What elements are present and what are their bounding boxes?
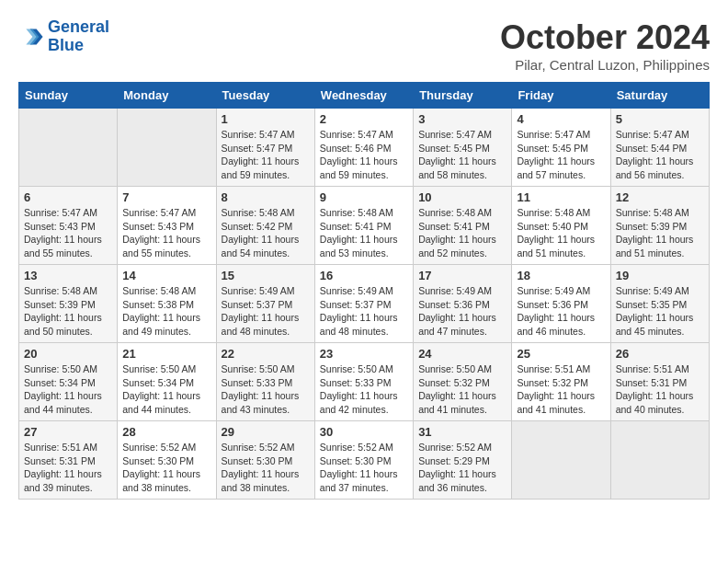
day-number: 27 <box>24 425 112 439</box>
calendar-cell: 12Sunrise: 5:48 AMSunset: 5:39 PMDayligh… <box>610 187 709 265</box>
calendar-cell: 25Sunrise: 5:51 AMSunset: 5:32 PMDayligh… <box>512 343 610 421</box>
calendar-cell: 2Sunrise: 5:47 AMSunset: 5:46 PMDaylight… <box>314 109 413 187</box>
calendar-cell <box>512 421 610 500</box>
calendar-cell <box>19 109 118 187</box>
calendar-cell: 10Sunrise: 5:48 AMSunset: 5:41 PMDayligh… <box>414 187 512 265</box>
location: Pilar, Central Luzon, Philippines <box>500 57 710 73</box>
calendar-cell: 20Sunrise: 5:50 AMSunset: 5:34 PMDayligh… <box>19 343 118 421</box>
day-info: Sunrise: 5:48 AMSunset: 5:39 PMDaylight:… <box>616 206 704 260</box>
calendar-cell: 8Sunrise: 5:48 AMSunset: 5:42 PMDaylight… <box>216 187 314 265</box>
logo: General Blue <box>18 18 109 55</box>
calendar-cell: 7Sunrise: 5:47 AMSunset: 5:43 PMDaylight… <box>118 187 216 265</box>
calendar-cell: 11Sunrise: 5:48 AMSunset: 5:40 PMDayligh… <box>512 187 610 265</box>
day-number: 14 <box>122 269 210 282</box>
day-number: 20 <box>24 347 112 361</box>
day-number: 4 <box>517 112 605 126</box>
day-number: 9 <box>320 190 408 204</box>
weekday-header: Saturday <box>610 83 709 109</box>
day-info: Sunrise: 5:48 AMSunset: 5:39 PMDaylight:… <box>24 284 112 339</box>
day-info: Sunrise: 5:50 AMSunset: 5:34 PMDaylight:… <box>24 362 112 417</box>
day-info: Sunrise: 5:49 AMSunset: 5:36 PMDaylight:… <box>517 284 605 339</box>
day-info: Sunrise: 5:49 AMSunset: 5:37 PMDaylight:… <box>320 284 408 339</box>
day-number: 12 <box>616 190 704 204</box>
day-number: 17 <box>418 269 506 282</box>
day-number: 18 <box>517 269 605 282</box>
day-info: Sunrise: 5:48 AMSunset: 5:38 PMDaylight:… <box>122 284 210 339</box>
day-info: Sunrise: 5:51 AMSunset: 5:32 PMDaylight:… <box>517 362 605 417</box>
day-number: 2 <box>320 112 408 126</box>
day-number: 24 <box>418 347 506 361</box>
day-info: Sunrise: 5:47 AMSunset: 5:46 PMDaylight:… <box>320 128 408 182</box>
calendar-cell: 14Sunrise: 5:48 AMSunset: 5:38 PMDayligh… <box>118 265 216 343</box>
calendar-cell: 17Sunrise: 5:49 AMSunset: 5:36 PMDayligh… <box>414 265 512 343</box>
calendar-cell: 28Sunrise: 5:52 AMSunset: 5:30 PMDayligh… <box>118 421 216 500</box>
day-number: 28 <box>122 425 210 439</box>
calendar-cell: 18Sunrise: 5:49 AMSunset: 5:36 PMDayligh… <box>512 265 610 343</box>
day-info: Sunrise: 5:51 AMSunset: 5:31 PMDaylight:… <box>24 441 112 495</box>
day-number: 10 <box>418 190 506 204</box>
weekday-header-row: SundayMondayTuesdayWednesdayThursdayFrid… <box>19 83 710 109</box>
day-number: 15 <box>222 269 310 282</box>
calendar-cell: 4Sunrise: 5:47 AMSunset: 5:45 PMDaylight… <box>512 109 610 187</box>
calendar-cell: 13Sunrise: 5:48 AMSunset: 5:39 PMDayligh… <box>19 265 118 343</box>
weekday-header: Wednesday <box>314 83 413 109</box>
day-number: 25 <box>517 347 605 361</box>
calendar-cell: 9Sunrise: 5:48 AMSunset: 5:41 PMDaylight… <box>314 187 413 265</box>
day-number: 22 <box>222 347 310 361</box>
day-number: 7 <box>122 190 210 204</box>
day-info: Sunrise: 5:52 AMSunset: 5:30 PMDaylight:… <box>320 441 408 495</box>
logo-line1: General <box>48 17 109 36</box>
day-number: 23 <box>320 347 408 361</box>
day-info: Sunrise: 5:47 AMSunset: 5:47 PMDaylight:… <box>222 128 310 182</box>
calendar-week-row: 27Sunrise: 5:51 AMSunset: 5:31 PMDayligh… <box>19 421 710 500</box>
day-number: 29 <box>222 425 310 439</box>
day-info: Sunrise: 5:49 AMSunset: 5:37 PMDaylight:… <box>222 284 310 339</box>
day-info: Sunrise: 5:48 AMSunset: 5:41 PMDaylight:… <box>320 206 408 260</box>
calendar-cell: 31Sunrise: 5:52 AMSunset: 5:29 PMDayligh… <box>414 421 512 500</box>
calendar-week-row: 6Sunrise: 5:47 AMSunset: 5:43 PMDaylight… <box>19 187 710 265</box>
weekday-header: Monday <box>118 83 216 109</box>
day-number: 19 <box>616 269 704 282</box>
day-info: Sunrise: 5:49 AMSunset: 5:36 PMDaylight:… <box>418 284 506 339</box>
logo-icon <box>18 24 44 50</box>
calendar-cell <box>610 421 709 500</box>
day-number: 16 <box>320 269 408 282</box>
calendar-cell: 6Sunrise: 5:47 AMSunset: 5:43 PMDaylight… <box>19 187 118 265</box>
day-info: Sunrise: 5:50 AMSunset: 5:33 PMDaylight:… <box>320 362 408 417</box>
calendar-week-row: 13Sunrise: 5:48 AMSunset: 5:39 PMDayligh… <box>19 265 710 343</box>
calendar-cell: 27Sunrise: 5:51 AMSunset: 5:31 PMDayligh… <box>19 421 118 500</box>
day-info: Sunrise: 5:48 AMSunset: 5:42 PMDaylight:… <box>222 206 310 260</box>
weekday-header: Sunday <box>19 83 118 109</box>
calendar-cell: 15Sunrise: 5:49 AMSunset: 5:37 PMDayligh… <box>216 265 314 343</box>
calendar-cell: 22Sunrise: 5:50 AMSunset: 5:33 PMDayligh… <box>216 343 314 421</box>
day-number: 5 <box>616 112 704 126</box>
day-info: Sunrise: 5:47 AMSunset: 5:45 PMDaylight:… <box>418 128 506 182</box>
day-info: Sunrise: 5:48 AMSunset: 5:41 PMDaylight:… <box>418 206 506 260</box>
day-number: 3 <box>418 112 506 126</box>
calendar-cell: 16Sunrise: 5:49 AMSunset: 5:37 PMDayligh… <box>314 265 413 343</box>
calendar-cell: 21Sunrise: 5:50 AMSunset: 5:34 PMDayligh… <box>118 343 216 421</box>
page-header: General Blue October 2024 Pilar, Central… <box>18 18 710 73</box>
calendar-cell: 5Sunrise: 5:47 AMSunset: 5:44 PMDaylight… <box>610 109 709 187</box>
day-number: 30 <box>320 425 408 439</box>
calendar-cell: 19Sunrise: 5:49 AMSunset: 5:35 PMDayligh… <box>610 265 709 343</box>
day-info: Sunrise: 5:49 AMSunset: 5:35 PMDaylight:… <box>616 284 704 339</box>
calendar-cell <box>118 109 216 187</box>
day-number: 31 <box>418 425 506 439</box>
day-info: Sunrise: 5:50 AMSunset: 5:33 PMDaylight:… <box>222 362 310 417</box>
day-info: Sunrise: 5:47 AMSunset: 5:43 PMDaylight:… <box>24 206 112 260</box>
day-number: 6 <box>24 190 112 204</box>
calendar-week-row: 20Sunrise: 5:50 AMSunset: 5:34 PMDayligh… <box>19 343 710 421</box>
day-number: 26 <box>616 347 704 361</box>
day-info: Sunrise: 5:52 AMSunset: 5:29 PMDaylight:… <box>418 441 506 495</box>
calendar-week-row: 1Sunrise: 5:47 AMSunset: 5:47 PMDaylight… <box>19 109 710 187</box>
calendar-cell: 26Sunrise: 5:51 AMSunset: 5:31 PMDayligh… <box>610 343 709 421</box>
calendar-cell: 30Sunrise: 5:52 AMSunset: 5:30 PMDayligh… <box>314 421 413 500</box>
day-info: Sunrise: 5:51 AMSunset: 5:31 PMDaylight:… <box>616 362 704 417</box>
weekday-header: Friday <box>512 83 610 109</box>
day-info: Sunrise: 5:47 AMSunset: 5:43 PMDaylight:… <box>122 206 210 260</box>
day-info: Sunrise: 5:47 AMSunset: 5:45 PMDaylight:… <box>517 128 605 182</box>
month-title: October 2024 <box>500 18 710 57</box>
day-number: 8 <box>222 190 310 204</box>
day-info: Sunrise: 5:47 AMSunset: 5:44 PMDaylight:… <box>616 128 704 182</box>
